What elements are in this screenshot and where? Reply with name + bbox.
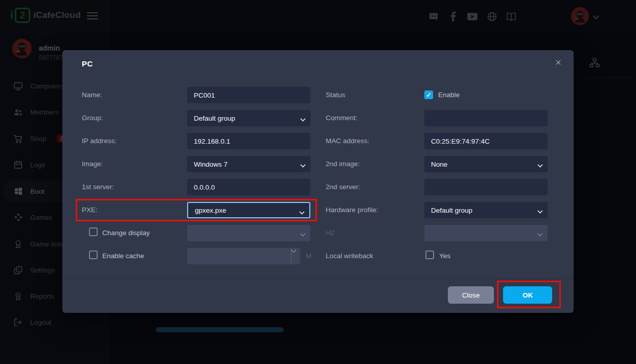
local-writeback-label: Local writeback	[326, 248, 373, 264]
enable-cache-label: Enable cache	[102, 248, 144, 264]
chevron-down-icon	[291, 248, 300, 264]
status-enable-checkbox[interactable]: ✓	[424, 90, 433, 99]
change-display-label: Change display	[102, 225, 150, 241]
first-server-value: 0.0.0.0	[194, 184, 215, 191]
image-select[interactable]: Windows 7	[187, 156, 310, 172]
hardware-profile-value: Default group	[431, 207, 472, 214]
footer-divider	[62, 279, 574, 279]
second-server-label: 2nd server:	[326, 179, 360, 195]
local-writeback-yes-label: Yes	[439, 248, 450, 264]
pc-dialog: PC ✕ Name: PC001 Status ✓ Enable Group: …	[62, 50, 574, 313]
change-display-checkbox[interactable]	[89, 228, 98, 236]
chevron-down-icon	[301, 163, 305, 167]
mac-address-input[interactable]: C0:25:E9:74:97:4C	[424, 133, 548, 149]
app-root: i 2 iCafeCloud	[0, 0, 636, 364]
cache-size-select	[187, 248, 300, 264]
highlight-box-pxe	[76, 199, 317, 221]
ip-address-input[interactable]: 192.168.0.1	[187, 133, 310, 149]
second-server-input[interactable]	[424, 179, 548, 195]
display-resolution-select	[187, 225, 310, 241]
local-writeback-checkbox[interactable]	[425, 251, 434, 259]
chevron-down-icon	[538, 209, 542, 213]
close-button[interactable]: Close	[448, 286, 494, 304]
chevron-down-icon	[301, 117, 305, 121]
close-icon[interactable]: ✕	[552, 56, 564, 69]
mac-address-label: MAC address:	[326, 133, 370, 149]
group-select[interactable]: Default group	[187, 110, 310, 126]
ip-address-label: IP address:	[82, 133, 117, 149]
mac-address-value: C0:25:E9:74:97:4C	[431, 138, 490, 145]
highlight-box-ok	[497, 281, 561, 308]
second-image-select[interactable]: None	[424, 156, 548, 172]
image-label: Image:	[82, 156, 103, 172]
cache-unit-label: M	[306, 248, 311, 264]
first-server-input[interactable]: 0.0.0.0	[187, 179, 310, 195]
comment-input[interactable]	[424, 110, 548, 126]
second-image-value: None	[431, 161, 447, 168]
enable-cache-checkbox[interactable]	[89, 251, 98, 259]
name-value: PC001	[194, 92, 215, 99]
first-server-label: 1st server:	[82, 179, 114, 195]
check-icon: ✓	[426, 92, 431, 99]
ip-address-value: 192.168.0.1	[194, 138, 230, 145]
hardware-profile-select[interactable]: Default group	[424, 202, 548, 218]
name-input[interactable]: PC001	[187, 87, 310, 103]
chevron-down-icon	[301, 232, 305, 236]
hz-select	[424, 225, 548, 241]
hardware-profile-label: Hardware profile:	[326, 202, 378, 218]
comment-label: Comment:	[326, 110, 357, 126]
group-value: Default group	[194, 115, 235, 122]
chevron-down-icon	[538, 163, 542, 167]
status-label: Status	[326, 87, 345, 103]
name-label: Name:	[82, 87, 102, 103]
chevron-down-icon	[538, 232, 542, 236]
group-label: Group:	[82, 110, 103, 126]
second-image-label: 2nd image:	[326, 156, 360, 172]
image-value: Windows 7	[194, 161, 228, 168]
dialog-title: PC	[82, 59, 93, 68]
hz-label: HZ	[326, 225, 335, 241]
status-enable-label: Enable	[438, 87, 460, 103]
